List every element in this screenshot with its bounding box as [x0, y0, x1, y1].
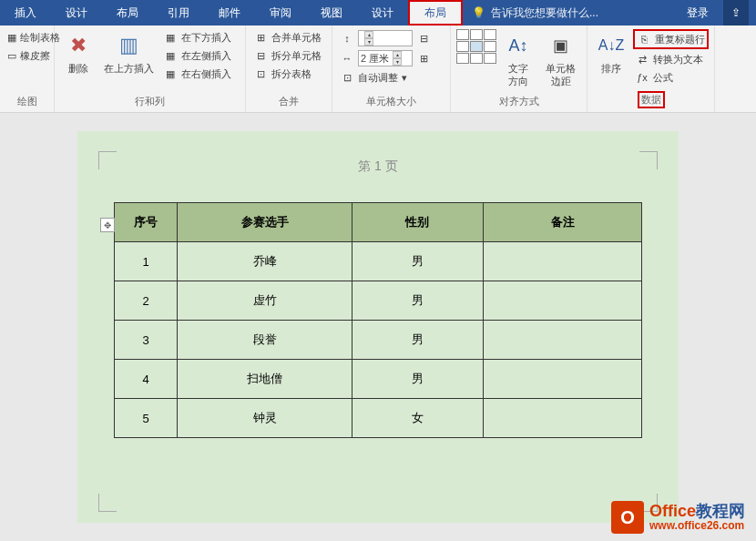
insert-left-icon: ▦: [163, 48, 178, 63]
text-direction-icon: A↕: [504, 31, 533, 60]
tab-table-layout[interactable]: 布局: [408, 0, 463, 26]
col-width-input[interactable]: ↔ 2 厘米▴▾ ⊞: [338, 49, 444, 67]
tab-view[interactable]: 视图: [306, 0, 357, 26]
cell-margins-button[interactable]: ▣ 单元格边距: [540, 29, 581, 89]
tab-review[interactable]: 审阅: [255, 0, 306, 26]
tab-references[interactable]: 引用: [153, 0, 204, 26]
table-row[interactable]: 4扫地僧男: [115, 360, 642, 399]
chevron-down-icon: ▾: [402, 72, 407, 84]
group-label-merge: 合并: [251, 93, 326, 108]
tab-design[interactable]: 设计: [51, 0, 102, 26]
table-row[interactable]: 3段誉男: [115, 321, 642, 360]
tab-table-design[interactable]: 设计: [357, 0, 408, 26]
header-num: 序号: [115, 203, 178, 242]
header-name: 参赛选手: [178, 203, 352, 242]
watermark-url: www.office26.com: [649, 520, 745, 532]
group-drawing: ▦ 绘制表格 ▭ 橡皮擦 绘图: [0, 26, 55, 112]
distribute-cols-icon[interactable]: ⊞: [416, 51, 431, 66]
tab-layout[interactable]: 布局: [102, 0, 153, 26]
share-button[interactable]: ⇪: [723, 0, 749, 26]
split-cells-button[interactable]: ⊟拆分单元格: [251, 47, 326, 64]
header-remark: 备注: [484, 203, 642, 242]
crop-mark: [98, 494, 117, 512]
split-table-icon: ⊡: [253, 66, 268, 81]
text-direction-button[interactable]: A↕ 文字方向: [500, 29, 536, 89]
insert-above-button[interactable]: ▥ 在上方插入: [100, 29, 158, 77]
group-merge: ⊞合并单元格 ⊟拆分单元格 ⊡拆分表格 合并: [246, 26, 332, 112]
split-cells-icon: ⊟: [253, 48, 268, 63]
autofit-button[interactable]: ⊡自动调整▾: [338, 69, 444, 86]
table-move-handle[interactable]: ✥: [100, 218, 115, 232]
watermark: O Office教程网 www.office26.com: [611, 501, 745, 534]
sort-button[interactable]: A↓Z 排序: [593, 29, 629, 77]
split-table-button[interactable]: ⊡拆分表格: [251, 66, 326, 82]
autofit-icon: ⊡: [340, 70, 354, 85]
merge-icon: ⊞: [253, 30, 268, 45]
formula-icon: ƒx: [635, 70, 649, 85]
insert-below-icon: ▦: [163, 30, 178, 45]
insert-right-icon: ▦: [163, 66, 178, 81]
group-data: A↓Z 排序 ⎘重复标题行 ⇄转换为文本 ƒx公式 数据: [587, 26, 715, 112]
office-logo-icon: O: [611, 501, 644, 534]
header-gender: 性别: [352, 203, 484, 242]
insert-right-button[interactable]: ▦在右侧插入: [161, 66, 233, 82]
group-label-data: 数据: [638, 91, 665, 108]
draw-table-button[interactable]: ▦ 绘制表格: [5, 29, 48, 46]
alignment-grid[interactable]: [456, 29, 496, 64]
delete-button[interactable]: ✖ 删除: [60, 29, 97, 77]
insert-below-button[interactable]: ▦在下方插入: [161, 29, 233, 46]
data-table[interactable]: 序号 参赛选手 性别 备注 1乔峰男 2虚竹男 3段誉男 4扫地僧男 5钟灵女: [114, 202, 642, 438]
page: 第 1 页 ✥ 序号 参赛选手 性别 备注 1乔峰男 2虚竹男 3段誉男 4扫地…: [77, 131, 679, 523]
sort-icon: A↓Z: [597, 31, 626, 60]
lightbulb-icon: 💡: [472, 6, 485, 19]
page-number: 第 1 页: [114, 158, 642, 175]
tab-insert[interactable]: 插入: [0, 0, 51, 26]
group-label-rows-cols: 行和列: [60, 93, 240, 108]
width-icon: ↔: [340, 51, 354, 66]
pencil-icon: ▦: [7, 30, 16, 45]
table-row[interactable]: 1乔峰男: [115, 242, 642, 281]
insert-left-button[interactable]: ▦在左侧插入: [161, 47, 233, 64]
tell-me-placeholder: 告诉我您想要做什么...: [491, 5, 598, 21]
formula-button[interactable]: ƒx公式: [633, 69, 709, 86]
distribute-rows-icon[interactable]: ⊟: [416, 31, 431, 46]
margins-icon: ▣: [547, 31, 576, 60]
row-height-input[interactable]: ↕ ▴▾ ⊟: [338, 29, 444, 47]
group-alignment: A↕ 文字方向 ▣ 单元格边距 对齐方式: [451, 26, 587, 112]
ribbon: ▦ 绘制表格 ▭ 橡皮擦 绘图 ✖ 删除 ▥ 在上方插入 ▦在下方插入 ▦在左侧…: [0, 26, 756, 113]
eraser-button[interactable]: ▭ 橡皮擦: [5, 47, 48, 64]
login-link[interactable]: 登录: [687, 5, 709, 21]
group-cell-size: ↕ ▴▾ ⊟ ↔ 2 厘米▴▾ ⊞ ⊡自动调整▾ 单元格大小: [332, 26, 451, 112]
repeat-header-icon: ⎘: [637, 32, 651, 46]
merge-cells-button[interactable]: ⊞合并单元格: [251, 29, 326, 46]
crop-mark: [98, 151, 117, 169]
tell-me-search[interactable]: 💡 告诉我您想要做什么...: [463, 5, 687, 21]
group-label-drawing: 绘图: [5, 93, 48, 108]
convert-to-text-button[interactable]: ⇄转换为文本: [633, 51, 709, 67]
group-label-cell-size: 单元格大小: [338, 93, 444, 108]
table-header-row: 序号 参赛选手 性别 备注: [115, 203, 642, 242]
insert-above-icon: ▥: [115, 31, 144, 60]
delete-icon: ✖: [64, 31, 93, 60]
table-row[interactable]: 2虚竹男: [115, 281, 642, 321]
tab-bar: 插入 设计 布局 引用 邮件 审阅 视图 设计 布局 💡 告诉我您想要做什么..…: [0, 0, 756, 26]
convert-icon: ⇄: [635, 52, 649, 66]
table-row[interactable]: 5钟灵女: [115, 399, 642, 438]
repeat-header-button[interactable]: ⎘重复标题行: [633, 29, 709, 49]
watermark-brand: Office教程网: [649, 503, 745, 521]
height-icon: ↕: [340, 31, 354, 46]
tab-mailings[interactable]: 邮件: [204, 0, 255, 26]
group-label-alignment: 对齐方式: [456, 93, 581, 108]
crop-mark: [639, 151, 658, 169]
eraser-icon: ▭: [7, 48, 16, 63]
group-rows-cols: ✖ 删除 ▥ 在上方插入 ▦在下方插入 ▦在左侧插入 ▦在右侧插入 行和列: [55, 26, 246, 112]
share-icon: ⇪: [731, 6, 741, 19]
document-canvas: 第 1 页 ✥ 序号 参赛选手 性别 备注 1乔峰男 2虚竹男 3段誉男 4扫地…: [0, 113, 756, 541]
